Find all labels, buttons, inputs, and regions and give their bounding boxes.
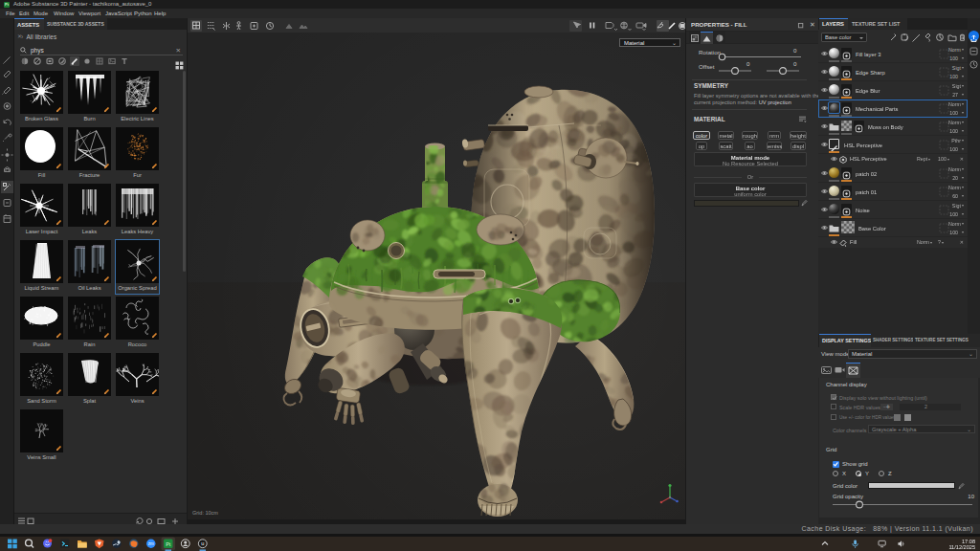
svg-text:zm: zm xyxy=(148,541,154,546)
svg-text:Pt: Pt xyxy=(166,541,171,547)
svg-text:u: u xyxy=(201,540,204,546)
